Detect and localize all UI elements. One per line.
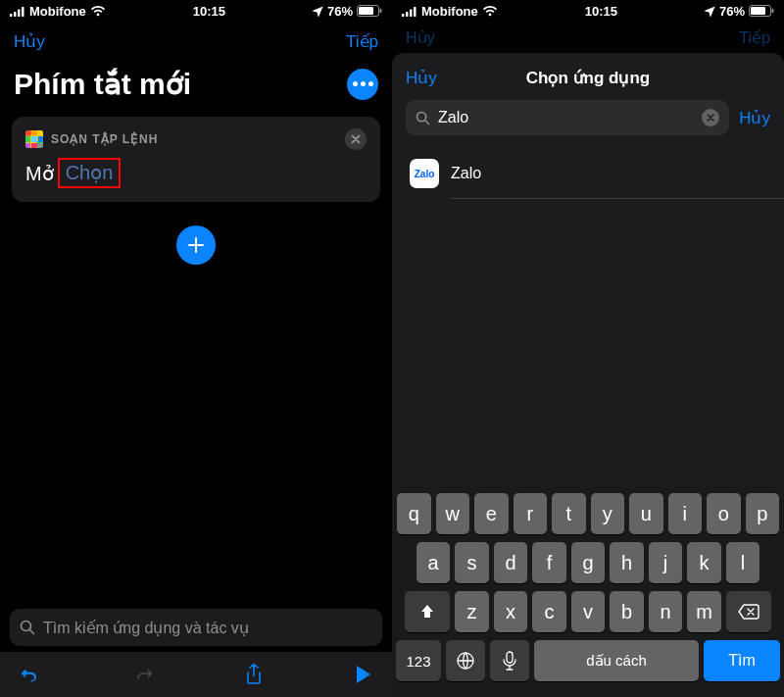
add-action-button[interactable]	[176, 225, 216, 265]
key-a[interactable]: a	[416, 542, 451, 583]
card-section-label: SOẠN TẬP LỆNH	[51, 132, 158, 146]
sheet-title: Chọn ứng dụng	[526, 68, 650, 88]
svg-rect-11	[410, 9, 413, 17]
backspace-key[interactable]	[726, 591, 771, 632]
keyboard: qwertyuiop asdfghjkl zxcvbnm 123	[392, 487, 784, 697]
globe-key[interactable]	[446, 640, 485, 681]
key-r[interactable]: r	[514, 493, 548, 534]
key-z[interactable]: z	[455, 591, 489, 632]
key-i[interactable]: i	[668, 493, 703, 534]
play-button[interactable]	[355, 665, 372, 684]
numeric-key[interactable]: 123	[396, 640, 441, 681]
card-close-button[interactable]	[345, 128, 367, 150]
key-d[interactable]: d	[494, 542, 528, 583]
wifi-icon	[482, 5, 498, 17]
key-x[interactable]: x	[494, 591, 528, 632]
svg-rect-14	[751, 7, 765, 15]
space-key[interactable]: dấu cách	[534, 640, 699, 681]
dictation-key[interactable]	[490, 640, 529, 681]
svg-rect-5	[359, 7, 373, 15]
key-j[interactable]: j	[649, 542, 683, 583]
clock-label: 10:15	[585, 4, 617, 19]
shift-key[interactable]	[405, 591, 450, 632]
key-p[interactable]: p	[746, 493, 780, 534]
divider	[451, 198, 784, 199]
status-bar: Mobifone 10:15 76%	[0, 0, 392, 22]
status-bar: Mobifone 10:15 76%	[392, 0, 784, 22]
key-t[interactable]: t	[552, 493, 586, 534]
svg-rect-9	[402, 14, 405, 17]
svg-rect-10	[406, 12, 409, 17]
app-result-item[interactable]: Zalo Zalo	[392, 149, 784, 198]
app-search-input[interactable]	[438, 109, 694, 126]
page-title-row: Phím tắt mới	[0, 61, 392, 111]
underlying-cancel: Hủy	[406, 28, 435, 47]
carrier-label: Mobifone	[29, 4, 86, 19]
key-n[interactable]: n	[649, 591, 683, 632]
svg-rect-12	[414, 7, 416, 17]
carrier-label: Mobifone	[421, 4, 478, 19]
clock-label: 10:15	[193, 4, 225, 19]
search-cancel-button[interactable]: Hủy	[739, 108, 770, 128]
key-g[interactable]: g	[571, 542, 606, 583]
battery-icon	[749, 5, 774, 17]
search-bar[interactable]: Tìm kiếm ứng dụng và tác vụ	[10, 609, 382, 646]
svg-rect-0	[10, 14, 13, 17]
location-icon	[705, 6, 715, 17]
key-q[interactable]: q	[397, 493, 431, 534]
svg-rect-2	[18, 9, 21, 17]
search-placeholder: Tìm kiếm ứng dụng và tác vụ	[43, 619, 249, 637]
scripting-icon	[25, 130, 43, 148]
app-search-field[interactable]	[406, 100, 729, 135]
svg-rect-15	[771, 9, 773, 14]
key-y[interactable]: y	[591, 493, 625, 534]
key-h[interactable]: h	[610, 542, 644, 583]
svg-rect-6	[379, 9, 381, 14]
action-card: SOẠN TẬP LỆNH Mở Chọn	[12, 117, 380, 202]
key-v[interactable]: v	[571, 591, 606, 632]
key-b[interactable]: b	[610, 591, 644, 632]
right-screenshot: Mobifone 10:15 76% Hủy Tiếp Hủy Chọn ứng…	[392, 0, 784, 697]
app-result-list: Zalo Zalo	[392, 143, 784, 205]
clear-search-button[interactable]	[702, 109, 719, 126]
undo-button[interactable]	[20, 664, 41, 685]
key-s[interactable]: s	[455, 542, 489, 583]
redo-button	[132, 664, 154, 685]
key-m[interactable]: m	[687, 591, 721, 632]
sheet-back-button[interactable]: Hủy	[406, 68, 437, 88]
search-icon	[20, 620, 35, 635]
signal-icon	[10, 6, 25, 17]
svg-line-17	[425, 120, 429, 124]
app-result-name: Zalo	[451, 165, 481, 182]
key-k[interactable]: k	[687, 542, 721, 583]
search-icon	[416, 111, 430, 125]
next-button[interactable]: Tiếp	[346, 31, 378, 52]
key-w[interactable]: w	[436, 493, 470, 534]
svg-rect-1	[14, 12, 17, 17]
svg-line-8	[29, 629, 33, 633]
more-button[interactable]	[347, 69, 378, 100]
key-c[interactable]: c	[532, 591, 566, 632]
share-button[interactable]	[244, 663, 264, 686]
open-label: Mở	[25, 162, 54, 185]
bottom-toolbar	[0, 652, 392, 697]
choose-app-token[interactable]: Chọn	[58, 158, 122, 188]
search-key[interactable]: Tìm	[704, 640, 780, 681]
app-picker-sheet: Hủy Chọn ứng dụng Hủy Zalo Zalo	[392, 53, 784, 697]
svg-rect-19	[507, 652, 513, 663]
key-f[interactable]: f	[532, 542, 566, 583]
left-screenshot: Mobifone 10:15 76% Hủy Tiếp Phím tắt mới	[0, 0, 392, 697]
underlying-next: Tiếp	[739, 28, 770, 47]
key-l[interactable]: l	[726, 542, 760, 583]
cancel-button[interactable]: Hủy	[14, 31, 45, 52]
zalo-app-icon: Zalo	[410, 159, 439, 188]
key-e[interactable]: e	[474, 493, 509, 534]
nav-bar: Hủy Tiếp	[0, 22, 392, 61]
battery-icon	[357, 5, 382, 17]
location-icon	[313, 6, 323, 17]
battery-percent: 76%	[719, 4, 745, 19]
battery-percent: 76%	[327, 4, 353, 19]
underlying-nav-bar: Hủy Tiếp	[392, 22, 784, 53]
key-u[interactable]: u	[629, 493, 663, 534]
key-o[interactable]: o	[707, 493, 741, 534]
